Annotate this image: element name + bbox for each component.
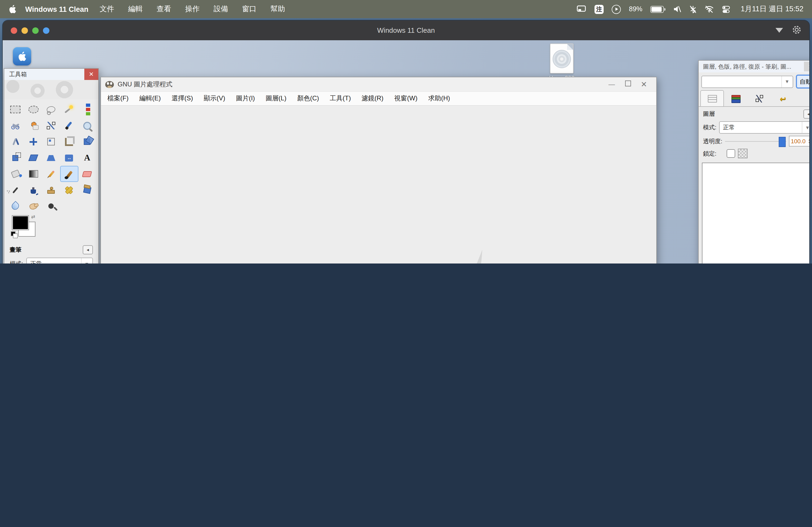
now-playing-icon[interactable]: [612, 4, 621, 14]
tool-dodge-burn[interactable]: [42, 198, 60, 214]
vm-settings-gear-icon[interactable]: [792, 25, 802, 36]
tool-bucket-fill[interactable]: [6, 166, 25, 182]
tool-clone[interactable]: [42, 182, 60, 198]
tool-paintbrush-selected[interactable]: [60, 166, 78, 182]
tool-pencil[interactable]: [42, 166, 60, 182]
tool-rect-select[interactable]: [6, 102, 25, 118]
layers-list[interactable]: [702, 163, 809, 264]
control-center-icon[interactable]: [722, 5, 730, 13]
tool-select-by-color[interactable]: [78, 102, 96, 118]
auto-follow-button[interactable]: 自動: [796, 75, 809, 89]
gimp-app-icon: [105, 81, 114, 88]
tool-perspective[interactable]: [42, 150, 60, 166]
tool-fuzzy-select[interactable]: [60, 102, 78, 118]
tool-smudge[interactable]: [25, 198, 42, 214]
default-colors-icon[interactable]: [11, 231, 16, 236]
zoom-button[interactable]: [32, 27, 39, 33]
tool-ellipse-select[interactable]: [25, 102, 42, 118]
menu-colors[interactable]: 顏色(C): [292, 94, 324, 103]
panel-menu-button[interactable]: ◄: [803, 109, 809, 119]
tool-blur[interactable]: [6, 198, 25, 214]
tool-zoom[interactable]: [78, 118, 96, 134]
tool-free-select[interactable]: [42, 102, 60, 118]
input-source-icon[interactable]: 注: [595, 4, 604, 14]
menu-file[interactable]: 文件: [93, 4, 121, 14]
tool-flip[interactable]: ↔: [60, 150, 78, 166]
mode-dropdown[interactable]: 正常 ▼: [26, 258, 93, 264]
tool-scale[interactable]: [6, 150, 25, 166]
screen-mirroring-icon[interactable]: [577, 5, 586, 13]
tool-scissors-select[interactable]: [6, 118, 25, 134]
gimp-titlebar[interactable]: GNU 圖片處理程式 — ✕: [101, 77, 656, 91]
panel-collapse-button[interactable]: ◄: [83, 245, 93, 254]
menu-tools[interactable]: 工具(T): [324, 94, 356, 103]
apple-menu-icon[interactable]: [9, 4, 17, 14]
desktop-icon-apple[interactable]: [13, 47, 31, 65]
desktop-icon-home-file[interactable]: Home202: [544, 44, 579, 81]
color-area: ⇄: [11, 215, 98, 240]
menu-image[interactable]: 圖片(I): [231, 94, 260, 103]
minimize-icon[interactable]: —: [604, 80, 620, 88]
menu-edit[interactable]: 編輯: [121, 4, 149, 14]
tool-gradient[interactable]: [25, 166, 42, 182]
tool-align[interactable]: [42, 134, 60, 150]
minimize-button[interactable]: [21, 27, 28, 33]
swap-colors-icon[interactable]: ⇄: [31, 214, 35, 220]
volume-muted-icon[interactable]: [673, 5, 682, 13]
fullscreen-button[interactable]: [43, 27, 49, 33]
tool-paths[interactable]: [42, 118, 60, 134]
tool-foreground-select[interactable]: [25, 118, 42, 134]
lock-alpha-checkbox[interactable]: [727, 149, 735, 158]
wifi-off-icon[interactable]: [705, 5, 714, 13]
menu-view[interactable]: 顯示(V): [199, 94, 231, 103]
tab-channels[interactable]: [724, 90, 748, 106]
menu-view[interactable]: 查看: [149, 4, 178, 14]
battery-icon[interactable]: [650, 6, 664, 13]
menu-select[interactable]: 選擇(S): [166, 94, 199, 103]
bluetooth-off-icon[interactable]: [690, 5, 697, 13]
menu-help[interactable]: 幫助: [263, 4, 292, 14]
paths-icon: [47, 122, 56, 129]
menu-actions[interactable]: 操作: [178, 4, 206, 14]
toolbox-titlebar[interactable]: 工具箱 ✕: [4, 69, 98, 80]
gimp-canvas[interactable]: [102, 106, 656, 264]
foreground-color-swatch[interactable]: [12, 215, 29, 230]
vm-dropdown-icon[interactable]: [775, 28, 783, 33]
toolbox-close-button[interactable]: ✕: [84, 69, 98, 80]
tool-rotate[interactable]: [78, 134, 96, 150]
menu-filters[interactable]: 濾鏡(R): [356, 94, 389, 103]
layers-titlebar[interactable]: 圖層, 色版, 路徑, 復原 - 筆刷, 圖... ✕: [699, 61, 809, 73]
tab-paths[interactable]: [748, 90, 771, 106]
tab-undo-history[interactable]: ↩: [771, 90, 795, 106]
menu-windows[interactable]: 視窗(W): [389, 94, 423, 103]
menubar-clock[interactable]: 1月11日 週日 15:52: [741, 4, 803, 14]
tool-crop[interactable]: [60, 134, 78, 150]
tool-ink[interactable]: [25, 182, 42, 198]
layers-close-button[interactable]: ✕: [804, 62, 809, 71]
active-app-name[interactable]: Windows 11 Clean: [25, 5, 88, 13]
menu-window[interactable]: 窗口: [235, 4, 263, 14]
vm-titlebar[interactable]: Windows 11 Clean: [3, 20, 809, 40]
tool-shear[interactable]: [25, 150, 42, 166]
tab-layers[interactable]: [700, 90, 724, 106]
maximize-icon[interactable]: [620, 80, 636, 88]
tool-eraser[interactable]: [78, 166, 96, 182]
menu-edit[interactable]: 編輯(E): [134, 94, 166, 103]
tool-text[interactable]: A: [78, 150, 96, 166]
tool-measure[interactable]: [6, 134, 25, 150]
tool-airbrush[interactable]: [6, 182, 25, 198]
menu-file[interactable]: 檔案(F): [102, 94, 134, 103]
menu-devices[interactable]: 設備: [206, 4, 235, 14]
close-icon[interactable]: ✕: [636, 80, 652, 89]
tool-move[interactable]: [25, 134, 42, 150]
close-button[interactable]: [11, 27, 17, 33]
tool-color-picker[interactable]: [60, 118, 78, 134]
layer-opacity-spinner[interactable]: 100.0▲▼: [789, 136, 809, 147]
tool-heal[interactable]: [60, 182, 78, 198]
menu-help[interactable]: 求助(H): [423, 94, 455, 103]
tool-perspective-clone[interactable]: [78, 182, 96, 198]
image-selector-dropdown[interactable]: ▼: [701, 75, 793, 88]
layer-opacity-slider[interactable]: [725, 137, 786, 146]
layer-mode-dropdown[interactable]: 正常 ▼: [719, 121, 809, 134]
menu-layer[interactable]: 圖層(L): [260, 94, 292, 103]
